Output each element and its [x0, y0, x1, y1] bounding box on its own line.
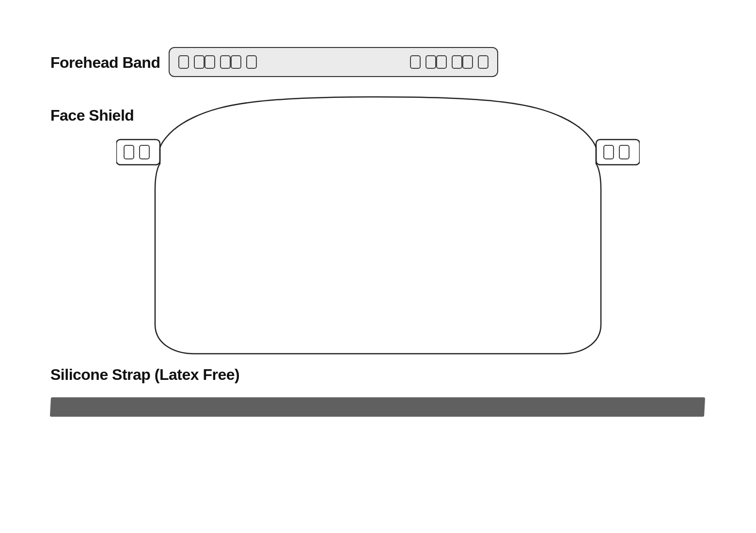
forehead-band [169, 47, 498, 77]
forehead-band-slots-left2 [205, 55, 231, 69]
svg-rect-5 [619, 145, 629, 159]
forehead-band-slots-left [178, 55, 205, 69]
slot [478, 55, 488, 69]
slot [205, 55, 215, 69]
forehead-band-slots-right1 [410, 55, 436, 69]
forehead-band-label: Forehead Band [50, 54, 160, 72]
slot [246, 55, 257, 69]
slot [425, 55, 436, 69]
forehead-band-slots-right3 [462, 55, 488, 69]
slot [462, 55, 473, 69]
slot [410, 55, 421, 69]
slot [436, 55, 447, 69]
slot [231, 55, 241, 69]
svg-rect-4 [604, 145, 614, 159]
forehead-band-slots-right2 [436, 55, 462, 69]
svg-rect-3 [596, 140, 640, 165]
slot [220, 55, 231, 69]
slot [452, 55, 462, 69]
face-shield-diagram [116, 82, 640, 368]
svg-rect-1 [124, 145, 134, 159]
slot [178, 55, 189, 69]
forehead-band-slots-left3 [231, 55, 257, 69]
svg-rect-2 [140, 145, 149, 159]
silicone-strap [50, 397, 705, 417]
silicone-strap-label: Silicone Strap (Latex Free) [50, 366, 239, 384]
slot [194, 55, 205, 69]
svg-rect-0 [116, 140, 160, 165]
